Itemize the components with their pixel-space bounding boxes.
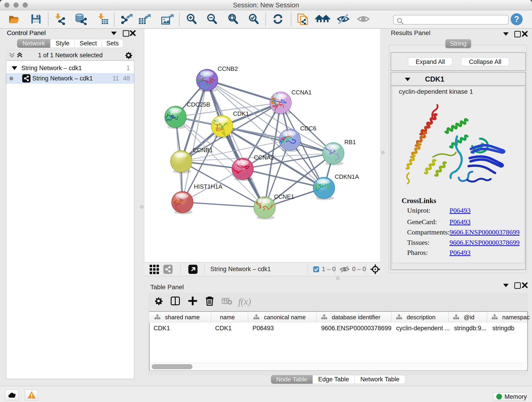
svg-text:RB1: RB1	[344, 139, 356, 146]
svg-text:CCNB2: CCNB2	[218, 65, 238, 72]
svg-text:CCNE1: CCNE1	[274, 193, 294, 200]
svg-text:CCNA2: CCNA2	[254, 154, 274, 161]
svg-text:CCNA1: CCNA1	[291, 89, 312, 96]
svg-text:CDK1: CDK1	[233, 110, 249, 117]
svg-text:CDC25B: CDC25B	[187, 101, 210, 108]
svg-text:CDC6: CDC6	[300, 125, 317, 132]
svg-text:CCNB1: CCNB1	[193, 147, 213, 153]
svg-text:CDKN1A: CDKN1A	[335, 173, 359, 180]
svg-text:HIST1H1A: HIST1H1A	[194, 183, 222, 190]
